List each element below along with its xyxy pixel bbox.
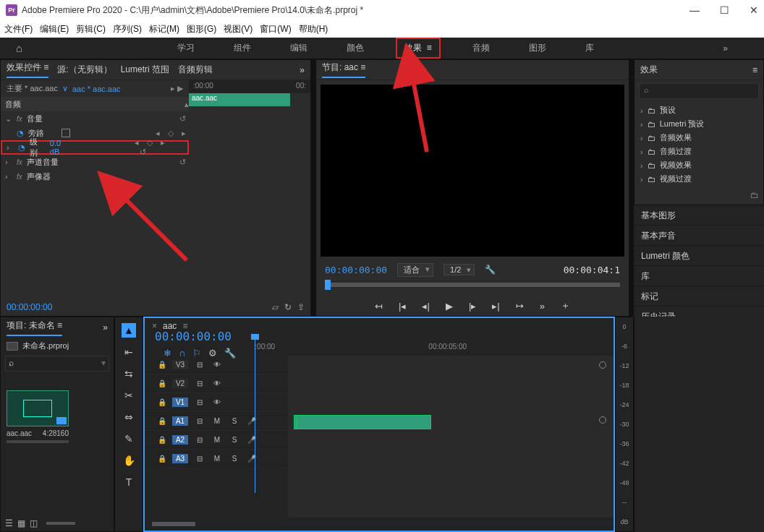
workspace-tab-assembly[interactable]: 组件 xyxy=(226,39,258,57)
list-view-icon[interactable]: ☰ xyxy=(5,518,13,528)
workspace-tab-editing[interactable]: 编辑 xyxy=(283,39,315,57)
menu-window[interactable]: 窗口(W) xyxy=(260,23,291,35)
effect-controls-timecode[interactable]: 00:00:00:00 xyxy=(7,302,52,312)
row-channel-volume[interactable]: 声道音量 xyxy=(27,157,59,168)
timeline-clip-aac[interactable] xyxy=(294,415,431,429)
menu-clip[interactable]: 剪辑(C) xyxy=(76,23,106,35)
workspace-tab-color[interactable]: 颜色 xyxy=(339,39,371,57)
stopwatch-level-icon[interactable]: ◔ xyxy=(18,143,25,153)
fx-panner-icon[interactable]: fx xyxy=(17,173,22,181)
menu-marker[interactable]: 标记(M) xyxy=(149,23,179,35)
folder-audio-effects[interactable]: ›🗀音频效果 xyxy=(637,131,760,145)
panel-more-icon[interactable]: » xyxy=(300,65,305,75)
folder-lumetri-presets[interactable]: ›🗀Lumetri 预设 xyxy=(637,117,760,131)
home-icon[interactable]: ⌂ xyxy=(16,42,22,54)
fx-icon[interactable]: fx xyxy=(17,115,22,123)
lumetri-scopes-tab[interactable]: Lumetri 范围 xyxy=(121,64,169,76)
loop-icon[interactable]: ↻ xyxy=(284,302,292,312)
pen-tool-icon[interactable]: ✎ xyxy=(122,432,136,446)
menu-view[interactable]: 视图(V) xyxy=(224,23,252,35)
reset-channel-icon[interactable]: ↺ xyxy=(179,158,189,166)
program-timecode[interactable]: 00:00:00:00 xyxy=(325,265,387,275)
workspace-tab-graphics[interactable]: 图形 xyxy=(522,39,553,57)
play-icon[interactable]: ▶ xyxy=(446,301,453,312)
panel-essential-graphics[interactable]: 基本图形 xyxy=(634,205,764,226)
program-tab[interactable]: 节目: aac ≡ xyxy=(322,61,365,78)
expand-level-icon[interactable]: › xyxy=(7,143,14,152)
slip-tool-icon[interactable]: ⇔ xyxy=(122,410,136,424)
track-v1[interactable]: 🔒V1⊟👁 xyxy=(145,393,288,412)
timeline-clips-area[interactable] xyxy=(288,356,614,518)
expand-icon[interactable]: ⌄ xyxy=(5,114,12,124)
transport-more-icon[interactable]: » xyxy=(540,301,545,312)
mark-out-icon[interactable]: ↦ xyxy=(516,301,524,312)
thumb-size-slider[interactable] xyxy=(46,522,75,525)
new-bin-icon[interactable]: 🗀 xyxy=(750,190,759,205)
workspace-tab-learn[interactable]: 学习 xyxy=(170,39,202,57)
timeline-timecode[interactable]: 00:00:00:00 xyxy=(155,330,245,343)
program-video-area[interactable] xyxy=(321,85,624,257)
maximize-button[interactable]: ☐ xyxy=(720,4,729,16)
minimize-button[interactable]: — xyxy=(689,4,700,16)
effects-panel-menu-icon[interactable]: ≡ xyxy=(752,65,757,75)
timeline-ruler[interactable]: :00:00 00:00:05:00 xyxy=(255,343,603,353)
mark-in-icon[interactable]: ↤ xyxy=(375,301,383,312)
row-volume[interactable]: 音量 xyxy=(27,113,43,124)
breadcrumb-master[interactable]: 主要 * aac.aac xyxy=(7,83,58,94)
row-panner[interactable]: 声像器 xyxy=(27,171,51,182)
panel-libraries[interactable]: 库 xyxy=(634,266,764,286)
close-button[interactable]: ✕ xyxy=(750,4,758,16)
menu-file[interactable]: 文件(F) xyxy=(4,23,33,35)
effect-controls-ruler[interactable]: :00:00 00: xyxy=(189,80,310,93)
timeline-playhead[interactable] xyxy=(255,334,255,493)
workspace-tab-effects[interactable]: 效果 ≡ xyxy=(396,38,441,59)
step-fwd-icon[interactable]: |▸ xyxy=(469,301,476,312)
workspace-tab-libraries[interactable]: 库 xyxy=(578,39,601,57)
track-a3[interactable]: 🔒A3⊟MS🎤 xyxy=(145,450,288,468)
panel-lumetri-color[interactable]: Lumetri 颜色 xyxy=(634,246,764,266)
icon-view-icon[interactable]: ▦ xyxy=(17,518,25,528)
project-item-aac[interactable]: aac.aac4:28160 xyxy=(7,390,69,443)
folder-video-effects[interactable]: ›🗀视频效果 xyxy=(637,158,760,172)
menu-graphics[interactable]: 图形(G) xyxy=(187,23,216,35)
effect-controls-tab[interactable]: 效果控件 ≡ xyxy=(7,61,48,78)
panel-essential-sound[interactable]: 基本声音 xyxy=(634,226,764,246)
folder-presets[interactable]: ›🗀预设 xyxy=(637,103,760,117)
track-options-a-icon[interactable] xyxy=(599,416,606,424)
razor-tool-icon[interactable]: ✂ xyxy=(122,388,136,403)
playhead-handle[interactable] xyxy=(325,280,331,290)
reset-icon[interactable]: ↺ xyxy=(179,114,189,123)
panel-markers[interactable]: 标记 xyxy=(634,286,764,306)
project-search-input[interactable]: ⌕▾ xyxy=(5,356,109,372)
ripple-tool-icon[interactable]: ⇆ xyxy=(122,366,136,381)
workspace-more-icon[interactable]: » xyxy=(723,43,728,53)
menu-sequence[interactable]: 序列(S) xyxy=(113,23,142,35)
fx-channel-icon[interactable]: fx xyxy=(17,158,22,166)
go-out-icon[interactable]: ▸| xyxy=(492,301,499,312)
workspace-tab-audio[interactable]: 音频 xyxy=(465,39,497,57)
track-options-icon[interactable] xyxy=(599,361,606,369)
expand-channel-icon[interactable]: › xyxy=(5,158,12,166)
zoom-out-icon[interactable]: ▱ xyxy=(272,302,279,312)
hand-tool-icon[interactable]: ✋ xyxy=(122,453,136,468)
resolution-dropdown[interactable]: 1/2 xyxy=(443,264,475,275)
effects-panel-title[interactable]: 效果 xyxy=(640,64,658,76)
track-select-tool-icon[interactable]: ⇤ xyxy=(122,345,136,359)
type-tool-icon[interactable]: T xyxy=(122,475,136,489)
level-value[interactable]: 0.0 dB xyxy=(50,139,73,156)
track-v3[interactable]: 🔒V3⊟👁 xyxy=(145,356,288,374)
menu-help[interactable]: 帮助(H) xyxy=(299,23,328,35)
folder-video-transitions[interactable]: ›🗀视频过渡 xyxy=(637,172,760,186)
bypass-checkbox[interactable] xyxy=(61,129,70,137)
add-button-icon[interactable]: ＋ xyxy=(561,299,570,312)
folder-audio-transitions[interactable]: ›🗀音频过渡 xyxy=(637,145,760,158)
stopwatch-icon[interactable]: ◔ xyxy=(17,129,24,138)
selection-tool-icon[interactable]: ▲ xyxy=(122,323,136,338)
project-more-icon[interactable]: » xyxy=(103,322,108,332)
effect-controls-clip[interactable]: aac.aac xyxy=(189,93,290,106)
track-v2[interactable]: 🔒V2⊟👁 xyxy=(145,374,288,393)
expand-panner-icon[interactable]: › xyxy=(5,172,12,181)
project-thumb[interactable] xyxy=(7,390,69,426)
track-a1[interactable]: 🔒A1⊟MS🎤 xyxy=(145,412,288,431)
project-tab[interactable]: 项目: 未命名 ≡ xyxy=(7,319,62,336)
